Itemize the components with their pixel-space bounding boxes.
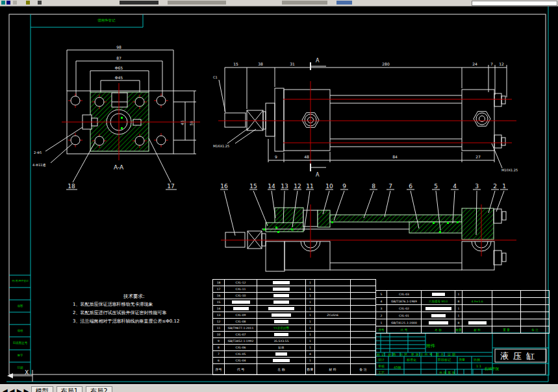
left-strip-label: 签字 <box>10 354 31 357</box>
bom-cell <box>521 290 550 297</box>
dim-label: 280 <box>382 62 390 66</box>
redacted-block <box>429 321 448 325</box>
role-design: 设计 <box>378 358 385 361</box>
bom-cell: 数量 <box>455 326 463 333</box>
bom-cell: 17 <box>213 286 225 292</box>
tab-scroll-arrows[interactable]: ◀ ◀ ▶ ▶ <box>3 387 29 392</box>
bom-row: 18CXL-121 <box>213 279 376 286</box>
bom-cell: 4.9±5.6 <box>463 297 492 304</box>
bom-cell <box>463 304 492 312</box>
bom-cell <box>351 312 376 318</box>
left-strip-label: 日期 <box>10 366 31 369</box>
redacted-block <box>273 300 289 304</box>
bom-row: 10CXL-071 <box>213 331 376 337</box>
toolbar-icon[interactable] <box>26 1 30 5</box>
dim-label: 12 <box>499 62 504 66</box>
bom-cell: 1 <box>306 337 315 344</box>
layout-tab-bar[interactable]: ◀ ◀ ▶ ▶ 模型 布局1 布局2 <box>0 384 558 392</box>
balloon-label: 7 <box>388 183 392 190</box>
balloon-label: 14 <box>268 183 275 190</box>
bom-cell: CXL-05 <box>225 350 257 357</box>
bom-cell <box>257 305 306 312</box>
bom-cell <box>225 305 257 312</box>
scale-value: 1:1 <box>476 364 481 368</box>
bom-cell <box>315 331 351 337</box>
bom-cell: 1 <box>376 319 387 326</box>
bom-cell: 序号 <box>376 326 387 333</box>
bom-row: 13CXL-091ZCuSn6 <box>213 312 376 318</box>
thread-label: M10X1.25 <box>501 168 518 172</box>
toolbar-input[interactable] <box>472 1 557 6</box>
bom-cell <box>351 344 376 350</box>
bom-row: 3CXL-021 <box>376 304 550 312</box>
redacted-block <box>432 293 445 296</box>
bom-cell <box>257 312 306 318</box>
bom-cell <box>351 292 376 299</box>
bom-cell <box>315 350 351 357</box>
dim-label: 98 <box>116 45 121 49</box>
frame-stamp-label: 借用件登记 <box>97 18 116 23</box>
toolbar-dropdown[interactable] <box>168 1 226 5</box>
bom-cell: 代 号 <box>225 363 257 374</box>
bom-cell <box>257 350 306 357</box>
balloon-label: 11 <box>306 183 313 190</box>
bom-cell: 15 <box>213 299 225 305</box>
bom-cell <box>257 331 306 337</box>
bom-cell <box>257 299 306 305</box>
bom-row: 2CXL-011 <box>376 312 550 319</box>
bom-cell: CXL-06 <box>225 344 257 350</box>
balloon-label: 16 <box>220 183 228 190</box>
top-toolbar[interactable] <box>0 0 558 6</box>
bom-cell: 备 注 <box>521 326 550 333</box>
bom-cell: 11 <box>213 325 225 331</box>
attachment-label: 附件 <box>426 343 435 349</box>
dim-label: 9 <box>275 154 277 159</box>
bom-cell: CXL-04 <box>225 357 257 363</box>
balloon-17: 17 <box>167 183 174 190</box>
toolbar-icon[interactable] <box>6 1 10 5</box>
drawing-title: 液压缸 <box>500 350 539 362</box>
toolbar-icon[interactable] <box>336 1 352 5</box>
bom-cell: 13 <box>213 312 225 318</box>
bom-cell <box>521 319 550 326</box>
bom-row: 5CXL-031 <box>376 290 550 297</box>
scale-label: 比例 <box>474 358 480 361</box>
toolbar-dropdown[interactable] <box>282 1 327 5</box>
bom-cell <box>315 318 351 325</box>
bom-cell <box>315 325 351 331</box>
left-strip-label: 描图 <box>10 304 31 308</box>
dim-label: 87 <box>116 56 121 60</box>
dim-label: 15 <box>233 62 238 66</box>
bom-cell: 六角螺母 M10 <box>422 297 455 304</box>
bom-cell <box>351 337 376 344</box>
bom-cell <box>521 297 550 304</box>
redacted-block <box>273 359 290 362</box>
ucs-icon: X <box>7 369 32 382</box>
toolbar-icon[interactable] <box>13 1 17 5</box>
toolbar-icon[interactable] <box>38 1 42 5</box>
bom-cell: 名 称 <box>422 326 455 333</box>
redacted-block <box>275 352 287 356</box>
balloon-label: 9 <box>342 183 346 190</box>
bom-cell: 备 注 <box>351 363 376 374</box>
revision-row-labels: 标记 处数 分区 更改文件号 签名 日期 <box>377 352 490 356</box>
dim-label: 31 <box>290 62 295 66</box>
bom-cell <box>225 299 257 305</box>
balloon-label: 3 <box>475 183 479 190</box>
bom-cell <box>492 304 521 312</box>
leader-label: 2-Φ5 <box>34 151 42 154</box>
bom-cell <box>422 290 455 297</box>
bom-cell <box>351 299 376 305</box>
dim-label: 45 <box>180 120 184 125</box>
toolbar-icon[interactable] <box>120 1 159 5</box>
toolbar-icon[interactable] <box>1 1 5 5</box>
bom-cell <box>521 312 550 319</box>
dim-label: Φ45 <box>115 75 123 80</box>
tab-layout2[interactable]: 布局2 <box>86 386 112 392</box>
tab-layout1[interactable]: 布局1 <box>57 386 82 392</box>
bom-cell <box>463 312 492 319</box>
bom-cell: CXL-03 <box>387 290 422 297</box>
bom-cell: 1 <box>306 357 315 363</box>
bom-cell <box>315 344 351 350</box>
tab-model[interactable]: 模型 <box>31 386 53 392</box>
